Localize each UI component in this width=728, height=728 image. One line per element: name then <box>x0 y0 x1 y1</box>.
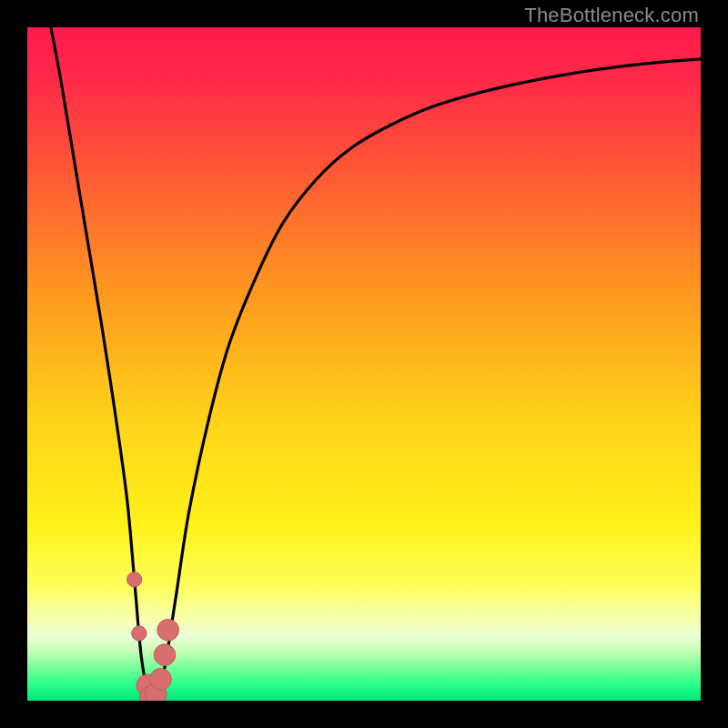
watermark-text: TheBottleneck.com <box>524 4 699 27</box>
data-point <box>150 668 172 690</box>
data-point <box>154 644 176 666</box>
data-point <box>157 619 179 641</box>
plot-area <box>27 27 701 701</box>
outer-frame: TheBottleneck.com <box>0 0 728 728</box>
data-point <box>132 626 147 641</box>
data-point <box>127 572 142 587</box>
bottleneck-curve <box>51 27 701 699</box>
chart-svg <box>27 27 701 701</box>
